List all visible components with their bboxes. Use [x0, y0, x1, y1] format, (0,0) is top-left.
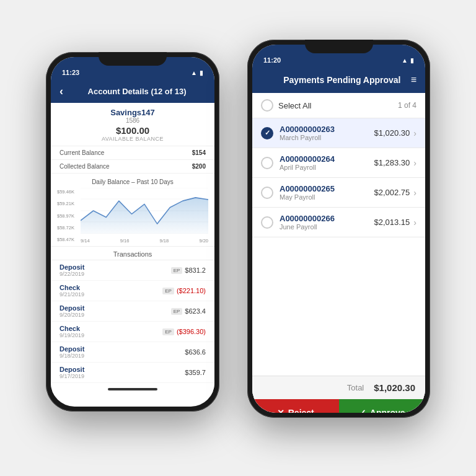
payment-checkbox-3[interactable]	[261, 187, 273, 199]
transaction-item: Check 9/19/2019 EP ($396.30)	[51, 322, 214, 342]
transaction-item: Deposit 9/20/2019 EP $623.4	[51, 301, 214, 322]
total-bar: Total $1,020.30	[252, 376, 425, 399]
approve-label: Approve	[370, 408, 405, 413]
chevron-icon-1: ›	[413, 128, 416, 138]
current-balance-row: Current Balance $154	[51, 146, 214, 160]
phone-back: 11:23 ▲ ▮ ‹ Account Details (12 of 13) S…	[46, 52, 219, 412]
payment-checkbox-2[interactable]	[261, 157, 273, 169]
payment-amount-4: $2,013.15	[374, 218, 410, 227]
payments-nav: Payments Pending Approval ≡	[252, 67, 425, 93]
time-back: 11:23	[62, 69, 79, 76]
account-name: Savings147	[58, 108, 207, 117]
payment-item-4[interactable]: A00000000266 June Payroll $2,013.15 ›	[252, 208, 425, 237]
chart-section: Daily Balance – Past 10 Days $59.46K $59…	[51, 174, 214, 246]
payment-item-3[interactable]: A00000000265 May Payroll $2,002.75 ›	[252, 178, 425, 208]
current-balance-value: $154	[192, 149, 206, 156]
home-indicator-back	[51, 383, 214, 395]
action-buttons: ✕ Reject ✓ Approve	[252, 399, 425, 413]
payment-item-1[interactable]: A00000000263 March Payroll $1,020.30 ›	[252, 118, 425, 148]
payment-name-4: June Payroll	[280, 223, 374, 231]
nav-title-back: Account Details (12 of 13)	[68, 87, 206, 96]
account-screen: Savings147 1586 $100.00 AVAILABLE BALANC…	[51, 103, 214, 407]
transaction-list: Deposit 9/22/2019 EP $831.2 Check 9/21/2…	[51, 260, 214, 383]
scene: 11:23 ▲ ▮ ‹ Account Details (12 of 13) S…	[27, 15, 449, 461]
transaction-item: Deposit 9/17/2019 $359.7	[51, 363, 214, 383]
payments-screen: Select All 1 of 4 A00000000263 March Pay…	[252, 93, 425, 413]
battery-icon-back: ▮	[200, 69, 203, 76]
select-all-label: Select All	[278, 101, 311, 110]
transaction-item: Check 9/21/2019 EP ($221.10)	[51, 281, 214, 301]
reject-label: Reject	[288, 408, 314, 413]
status-icons-front: ▲ ▮	[402, 57, 414, 64]
payment-amount-1: $1,020.30	[374, 128, 410, 138]
chart-area: $59.46K $59.21K $58.97K $58.72K $58.47K	[57, 188, 208, 244]
payment-amount-2: $1,283.30	[374, 158, 410, 167]
chevron-icon-4: ›	[413, 218, 416, 227]
phone-front: 11:20 ▲ ▮ Payments Pending Approval ≡	[247, 40, 430, 418]
transaction-item: Deposit 9/22/2019 EP $831.2	[51, 260, 214, 281]
total-label: Total	[347, 383, 364, 392]
select-all-checkbox[interactable]	[261, 99, 273, 112]
menu-icon[interactable]: ≡	[411, 74, 416, 86]
payment-item-2[interactable]: A00000000264 April Payroll $1,283.30 ›	[252, 148, 425, 178]
wifi-icon-front: ▲	[402, 57, 408, 64]
back-button[interactable]: ‹	[60, 85, 63, 98]
approve-button[interactable]: ✓ Approve	[339, 399, 426, 413]
payment-id-3: A00000000265	[280, 184, 374, 193]
available-balance: $100.00	[58, 125, 207, 136]
chart-svg-wrap	[81, 188, 208, 234]
payments-list: Select All 1 of 4 A00000000263 March Pay…	[252, 93, 425, 376]
chevron-icon-2: ›	[413, 158, 416, 168]
battery-icon-front: ▮	[410, 57, 414, 64]
transaction-item: Deposit 9/18/2019 $636.6	[51, 342, 214, 363]
approve-icon: ✓	[359, 408, 366, 413]
payment-checkbox-1[interactable]	[261, 127, 273, 139]
chevron-icon-3: ›	[413, 188, 416, 198]
chart-x-labels: 9/14 9/16 9/18 9/20	[81, 238, 208, 244]
select-all-row[interactable]: Select All 1 of 4	[252, 93, 425, 118]
notch-back	[99, 57, 167, 66]
collected-balance-label: Collected Balance	[60, 163, 110, 170]
account-header: Savings147 1586 $100.00 AVAILABLE BALANC…	[51, 103, 214, 146]
payment-id-4: A00000000266	[280, 214, 374, 223]
total-amount: $1,020.30	[374, 382, 415, 393]
transactions-title: Transactions	[51, 246, 214, 260]
reject-button[interactable]: ✕ Reject	[252, 399, 339, 413]
collected-balance-value: $200	[192, 163, 206, 170]
available-balance-label: AVAILABLE BALANCE	[58, 136, 207, 142]
account-number: 1586	[58, 117, 207, 124]
payment-checkbox-4[interactable]	[261, 216, 273, 229]
chart-title: Daily Balance – Past 10 Days	[57, 178, 208, 185]
wifi-icon-back: ▲	[191, 69, 197, 76]
time-front: 11:20	[263, 56, 281, 64]
select-all-count: 1 of 4	[398, 101, 416, 110]
payment-name-2: April Payroll	[280, 164, 374, 171]
payment-name-1: March Payroll	[280, 134, 374, 141]
chart-y-labels: $59.46K $59.21K $58.97K $58.72K $58.47K	[57, 188, 74, 244]
payments-nav-title: Payments Pending Approval	[273, 75, 411, 85]
nav-bar-back: ‹ Account Details (12 of 13)	[51, 79, 214, 103]
payment-name-3: May Payroll	[280, 193, 374, 201]
notch-front	[305, 45, 373, 53]
payment-id-2: A00000000264	[280, 154, 374, 164]
status-icons-back: ▲ ▮	[191, 69, 203, 76]
reject-icon: ✕	[277, 408, 284, 413]
current-balance-label: Current Balance	[60, 149, 104, 156]
home-bar-back	[108, 388, 157, 390]
collected-balance-row: Collected Balance $200	[51, 160, 214, 174]
payment-amount-3: $2,002.75	[374, 188, 410, 197]
payment-id-1: A00000000263	[280, 125, 374, 134]
